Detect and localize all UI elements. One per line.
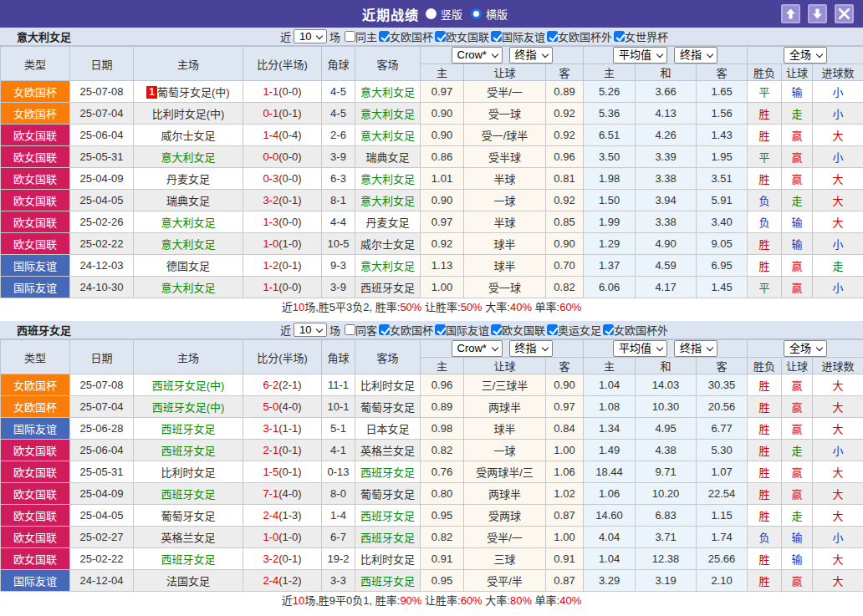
odds-company-select[interactable]: Crow* bbox=[452, 340, 503, 357]
average-home: 4.04 bbox=[584, 527, 636, 548]
fulltime-score: 3-2 bbox=[263, 552, 278, 565]
move-down-button[interactable] bbox=[808, 4, 827, 23]
result-goals: 大 bbox=[813, 168, 863, 190]
odds-handicap: 一球 bbox=[464, 190, 546, 211]
away-team-name: 西班牙女足 bbox=[360, 575, 415, 588]
home-team-name: 葡萄牙女足 bbox=[161, 510, 215, 522]
average-away: 1.45 bbox=[697, 277, 748, 298]
competition-filter-0-checkbox[interactable] bbox=[379, 31, 390, 42]
competition-badge: 欧女国联 bbox=[1, 190, 70, 211]
odds-home: 0.98 bbox=[421, 418, 464, 440]
competition-badge: 国际友谊 bbox=[1, 418, 70, 440]
same-side-filter-label: 同客 bbox=[355, 322, 377, 338]
average-company-select[interactable]: 平均值 bbox=[613, 47, 667, 64]
scope-select[interactable]: 全场 bbox=[784, 47, 827, 64]
summary-text: 近 bbox=[282, 301, 293, 313]
match-count-select[interactable]: 10 bbox=[294, 29, 327, 43]
competition-filter-2-checkbox[interactable] bbox=[491, 324, 502, 335]
odds-handicap: 球半 bbox=[464, 233, 546, 255]
average-home: 6.06 bbox=[584, 277, 636, 298]
odds-away: 1.00 bbox=[546, 527, 584, 548]
fulltime-score: 1-5 bbox=[263, 466, 278, 478]
odds-away: 0.84 bbox=[546, 418, 584, 440]
match-row: 女欧国杯25-07-081葡萄牙女足(中)1-1(0-0)4-5意大利女足0.9… bbox=[1, 81, 863, 103]
odds-home: 0.80 bbox=[421, 483, 464, 505]
sub-col-header-2: 客 bbox=[546, 64, 584, 81]
away-team: 意大利女足 bbox=[355, 125, 421, 146]
result-goals: 小 bbox=[813, 103, 863, 125]
average-away: 6.95 bbox=[697, 255, 748, 277]
average-draw: 4.26 bbox=[636, 125, 697, 146]
window-title: 近期战绩 bbox=[362, 4, 419, 24]
odds-time-select[interactable]: 终指 bbox=[509, 47, 553, 64]
result-goals: 大 bbox=[813, 396, 863, 418]
competition-filter-1-checkbox[interactable] bbox=[435, 31, 446, 42]
away-team: 英格兰女足 bbox=[355, 440, 421, 461]
summary-value: 80% bbox=[510, 594, 532, 607]
odds-handicap: 球半 bbox=[464, 418, 546, 440]
result-outcome: 胜 bbox=[748, 374, 782, 396]
match-row: 欧女国联25-04-05瑞典女足3-2(0-1)8-1意大利女足0.90一球0.… bbox=[1, 190, 863, 211]
result-outcome: 胜 bbox=[748, 418, 782, 440]
competition-badge: 欧女国联 bbox=[1, 505, 70, 527]
average-time-select[interactable]: 终指 bbox=[674, 340, 717, 357]
average-home: 1.06 bbox=[584, 483, 636, 505]
average-away: 9.05 bbox=[697, 233, 748, 255]
average-company-select[interactable]: 平均值 bbox=[613, 340, 667, 357]
home-team-name: 意大利女足 bbox=[161, 282, 215, 294]
average-draw: 4.90 bbox=[636, 233, 697, 255]
header-row-groups: 类型日期主场比分(半场)角球客场Crow*终指平均值终指全场 bbox=[1, 47, 863, 64]
away-team-name: 意大利女足 bbox=[360, 86, 415, 99]
match-date: 25-07-08 bbox=[70, 81, 134, 103]
home-team: 意大利女足 bbox=[134, 233, 243, 255]
halftime-score: (4-0) bbox=[278, 400, 301, 413]
match-date: 25-05-31 bbox=[70, 146, 134, 168]
competition-filter-1-checkbox[interactable] bbox=[435, 324, 446, 335]
competition-filter-3-checkbox[interactable] bbox=[547, 324, 558, 335]
result-goals: 小 bbox=[813, 233, 863, 255]
competition-filter-2-checkbox[interactable] bbox=[491, 31, 502, 42]
match-date: 24-12-03 bbox=[70, 255, 134, 277]
competition-filter-4-checkbox[interactable] bbox=[603, 324, 614, 335]
home-team-name: 德国女足 bbox=[166, 260, 210, 272]
result-outcome: 胜 bbox=[748, 548, 782, 570]
competition-filter-3-checkbox[interactable] bbox=[547, 31, 558, 42]
same-side-filter-checkbox[interactable] bbox=[345, 324, 355, 335]
scope-select[interactable]: 全场 bbox=[784, 340, 827, 357]
result-handicap: 赢 bbox=[782, 255, 813, 277]
average-home: 5.36 bbox=[584, 103, 636, 125]
odds-time-select[interactable]: 终指 bbox=[509, 340, 553, 357]
away-team: 意大利女足 bbox=[355, 81, 421, 103]
odds-time-select-wrapper: 终指 bbox=[509, 340, 553, 357]
fulltime-score: 7-1 bbox=[263, 487, 278, 500]
result-handicap: 赢 bbox=[782, 168, 813, 190]
layout-radio-horizontal[interactable]: 横版 bbox=[471, 6, 508, 22]
layout-radio-vertical[interactable]: 竖版 bbox=[426, 6, 462, 22]
competition-filter-2-label: 欧女国联 bbox=[502, 322, 545, 338]
match-count-select[interactable]: 10 bbox=[294, 323, 327, 337]
home-team-name: 西班牙女足 bbox=[161, 553, 215, 566]
away-team: 威尔士女足 bbox=[355, 233, 421, 255]
summary-value: 50% bbox=[461, 301, 483, 313]
away-team: 意大利女足 bbox=[355, 255, 421, 277]
result-handicap: 赢 bbox=[782, 146, 813, 168]
competition-badge: 欧女国联 bbox=[1, 168, 70, 190]
average-time-select[interactable]: 终指 bbox=[674, 47, 717, 64]
competition-filter-0-checkbox[interactable] bbox=[379, 324, 390, 335]
result-handicap: 走 bbox=[782, 440, 813, 461]
away-team: 葡萄牙女足 bbox=[355, 483, 421, 505]
score: 2-4(1-3) bbox=[243, 505, 322, 527]
away-team: 意大利女足 bbox=[355, 168, 421, 190]
home-team: 威尔士女足 bbox=[134, 125, 243, 146]
same-side-filter-checkbox[interactable] bbox=[345, 31, 355, 42]
match-date: 25-02-22 bbox=[70, 233, 134, 255]
competition-filter-4-checkbox[interactable] bbox=[614, 31, 625, 42]
move-up-button[interactable] bbox=[781, 4, 800, 23]
odds-company-select[interactable]: Crow* bbox=[452, 47, 503, 64]
close-button[interactable] bbox=[835, 4, 854, 23]
result-outcome: 负 bbox=[748, 527, 782, 548]
average-away: 1.74 bbox=[697, 527, 748, 548]
header-row-groups: 类型日期主场比分(半场)角球客场Crow*终指平均值终指全场 bbox=[1, 340, 863, 358]
odds-handicap: 受半球 bbox=[464, 146, 546, 168]
result-outcome: 胜 bbox=[748, 168, 782, 190]
